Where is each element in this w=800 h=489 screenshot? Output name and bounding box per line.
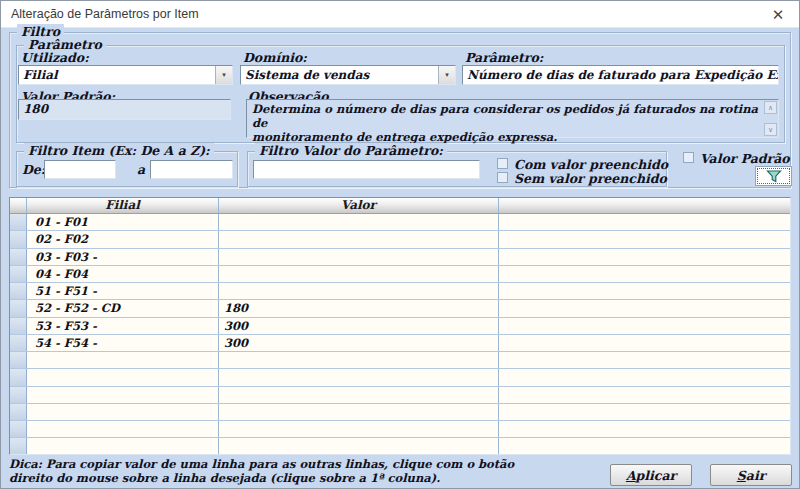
observacao-textarea[interactable]: Determina o número de dias para consider…: [246, 99, 779, 138]
table-body: 01 - F0102 - F0203 - F03 -04 - F0451 - F…: [10, 214, 790, 455]
checkbox-icon: [497, 172, 508, 183]
valor-cell[interactable]: [219, 266, 499, 282]
filial-cell[interactable]: 51 - F51 -: [27, 283, 219, 299]
table-row[interactable]: 02 - F02: [10, 231, 790, 248]
extra-cell: [499, 369, 790, 385]
row-selector-cell[interactable]: [10, 300, 27, 316]
table-row[interactable]: [10, 387, 790, 404]
filial-cell[interactable]: 53 - F53 -: [27, 318, 219, 334]
extra-cell: [499, 335, 790, 351]
valor-cell[interactable]: [219, 249, 499, 265]
table-row[interactable]: [10, 369, 790, 386]
extra-cell: [499, 249, 790, 265]
checkbox-sem-valor-preenchido[interactable]: Sem valor preenchido: [497, 171, 667, 186]
filial-cell[interactable]: 01 - F01: [27, 214, 219, 230]
filial-cell[interactable]: 02 - F02: [27, 231, 219, 247]
row-selector-cell[interactable]: [10, 283, 27, 299]
extra-cell: [499, 352, 790, 368]
valor-cell[interactable]: [219, 438, 499, 454]
extra-cell: [499, 438, 790, 454]
filtro-valor-legend: Filtro Valor do Parâmetro:: [255, 143, 447, 158]
row-selector-cell[interactable]: [10, 438, 27, 454]
table-row[interactable]: 54 - F54 -300: [10, 335, 790, 352]
valor-cell[interactable]: [219, 283, 499, 299]
row-selector-cell[interactable]: [10, 266, 27, 282]
table-row[interactable]: [10, 404, 790, 421]
parameter-grid: Filial Valor 01 - F0102 - F0203 - F03 -0…: [9, 197, 791, 455]
table-row[interactable]: [10, 421, 790, 438]
filial-cell[interactable]: [27, 387, 219, 403]
dialog-window: Alteração de Parâmetros por Item ✕ Filtr…: [0, 0, 800, 489]
extra-cell: [499, 214, 790, 230]
table-row[interactable]: 04 - F04: [10, 266, 790, 283]
filial-cell[interactable]: [27, 369, 219, 385]
sair-button[interactable]: Sair: [710, 464, 792, 486]
table-row[interactable]: 03 - F03 -: [10, 249, 790, 266]
filial-cell[interactable]: 04 - F04: [27, 266, 219, 282]
valor-cell[interactable]: 300: [219, 335, 499, 351]
valor-cell[interactable]: [219, 231, 499, 247]
valor-cell[interactable]: [219, 369, 499, 385]
chevron-down-icon[interactable]: ▾: [438, 66, 455, 84]
a-input[interactable]: [150, 160, 233, 179]
valor-cell[interactable]: [219, 404, 499, 420]
valor-cell[interactable]: 180: [219, 300, 499, 316]
row-selector-cell[interactable]: [10, 421, 27, 437]
extra-cell: [499, 404, 790, 420]
parametro-input[interactable]: Número de dias de faturado para Expediçã…: [462, 65, 779, 85]
valor-cell[interactable]: [219, 352, 499, 368]
valor-cell[interactable]: [219, 421, 499, 437]
filial-cell[interactable]: 54 - F54 -: [27, 335, 219, 351]
checkbox-valor-padrao[interactable]: Valor Padrão: [683, 151, 790, 166]
row-selector-cell[interactable]: [10, 352, 27, 368]
table-row[interactable]: 52 - F52 - CD180: [10, 300, 790, 317]
checkbox-icon: [683, 152, 694, 163]
title-bar: Alteração de Parâmetros por Item ✕: [1, 1, 799, 28]
filial-cell[interactable]: 52 - F52 - CD: [27, 300, 219, 316]
extra-cell: [499, 266, 790, 282]
filial-cell[interactable]: 03 - F03 -: [27, 249, 219, 265]
row-selector-cell[interactable]: [10, 404, 27, 420]
filial-cell[interactable]: [27, 421, 219, 437]
row-selector-cell[interactable]: [10, 318, 27, 334]
row-selector-cell[interactable]: [10, 335, 27, 351]
filter-button[interactable]: [755, 166, 792, 186]
filial-cell[interactable]: [27, 404, 219, 420]
chevron-down-icon[interactable]: ▾: [215, 66, 232, 84]
dominio-combobox[interactable]: Sistema de vendas ▾: [240, 65, 456, 85]
scroll-down-icon[interactable]: ∨: [764, 123, 777, 136]
checkbox-icon: [497, 158, 508, 169]
table-row[interactable]: 53 - F53 -300: [10, 318, 790, 335]
table-row[interactable]: 01 - F01: [10, 214, 790, 231]
table-row[interactable]: 51 - F51 -: [10, 283, 790, 300]
row-selector-cell[interactable]: [10, 231, 27, 247]
header-filial[interactable]: Filial: [27, 198, 219, 213]
hint-text: Dica: Para copiar valor de uma linha par…: [9, 457, 609, 485]
observacao-scrollbar[interactable]: ∧ ∨: [764, 101, 777, 136]
extra-cell: [499, 318, 790, 334]
de-input[interactable]: [44, 160, 116, 179]
filial-cell[interactable]: [27, 438, 219, 454]
header-selector: [10, 198, 27, 213]
row-selector-cell[interactable]: [10, 369, 27, 385]
row-selector-cell[interactable]: [10, 387, 27, 403]
row-selector-cell[interactable]: [10, 214, 27, 230]
filial-cell[interactable]: [27, 352, 219, 368]
checkbox-com-valor-preenchido[interactable]: Com valor preenchido: [497, 157, 668, 172]
header-extra: [499, 198, 790, 213]
valor-cell[interactable]: 300: [219, 318, 499, 334]
header-valor[interactable]: Valor: [219, 198, 499, 213]
filtro-valor-input[interactable]: [253, 160, 480, 179]
table-row[interactable]: [10, 352, 790, 369]
close-icon[interactable]: ✕: [767, 4, 789, 25]
row-selector-cell[interactable]: [10, 249, 27, 265]
valor-cell[interactable]: [219, 387, 499, 403]
table-row[interactable]: [10, 438, 790, 455]
extra-cell: [499, 387, 790, 403]
utilizado-combobox[interactable]: Filial ▾: [18, 65, 233, 85]
funnel-icon: [766, 170, 782, 183]
scroll-up-icon[interactable]: ∧: [764, 101, 777, 114]
window-title: Alteração de Parâmetros por Item: [11, 7, 199, 21]
aplicar-button[interactable]: Aplicar: [610, 464, 692, 486]
valor-cell[interactable]: [219, 214, 499, 230]
